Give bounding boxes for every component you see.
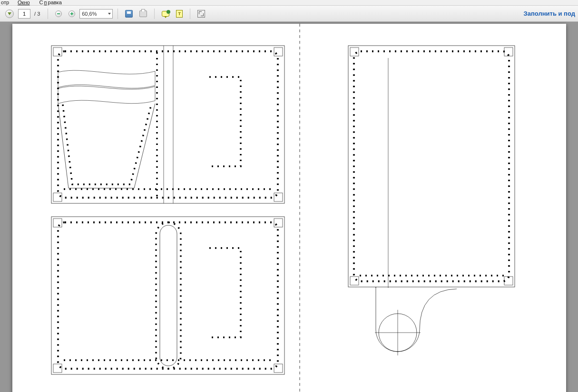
- separator: [118, 9, 118, 19]
- fill-and-sign-button[interactable]: Заполнить и под: [524, 10, 575, 17]
- page-content-svg: [12, 24, 566, 392]
- minus-icon: [55, 10, 62, 17]
- menu-item[interactable]: отр: [0, 0, 10, 5]
- page-number-input[interactable]: [18, 9, 30, 19]
- add-text-note-button[interactable]: [174, 8, 185, 19]
- svg-rect-6: [58, 51, 278, 198]
- page-total-label: / 3: [34, 11, 40, 17]
- svg-rect-12: [53, 364, 62, 373]
- zoom-select[interactable]: 60,6%: [79, 9, 113, 19]
- next-page-button[interactable]: [3, 8, 16, 19]
- speech-bubble-icon: [162, 11, 169, 17]
- pdf-page: [12, 24, 566, 392]
- fullscreen-button[interactable]: [195, 8, 207, 19]
- arrow-down-icon: [5, 10, 14, 18]
- print-icon: [139, 10, 147, 17]
- document-viewport[interactable]: [0, 22, 578, 392]
- plus-icon: [69, 10, 75, 17]
- sticky-note-icon: [176, 10, 183, 18]
- svg-rect-4: [53, 193, 62, 201]
- svg-rect-22: [354, 51, 509, 281]
- svg-rect-2: [53, 48, 62, 56]
- svg-rect-1: [51, 46, 284, 203]
- svg-rect-17: [348, 46, 515, 287]
- chevron-down-icon: [108, 13, 111, 15]
- svg-rect-11: [274, 219, 283, 227]
- zoom-out-button[interactable]: [53, 8, 64, 19]
- separator: [48, 9, 48, 19]
- svg-rect-3: [274, 48, 283, 56]
- print-button[interactable]: [137, 8, 149, 19]
- svg-rect-5: [274, 193, 283, 201]
- zoom-in-button[interactable]: [66, 8, 78, 19]
- save-icon: [125, 10, 133, 18]
- menu-item-help[interactable]: Справка: [38, 0, 64, 5]
- svg-rect-15: [160, 225, 177, 366]
- svg-rect-14: [58, 222, 278, 369]
- separator: [190, 9, 190, 19]
- save-button[interactable]: [123, 8, 135, 19]
- svg-rect-20: [350, 277, 359, 285]
- menu-item-window[interactable]: Окно: [17, 0, 31, 5]
- svg-rect-18: [350, 48, 359, 56]
- toolbar: / 3 60,6% Заполнить и под: [0, 6, 578, 22]
- svg-rect-9: [51, 217, 284, 374]
- separator: [154, 9, 155, 19]
- expand-icon: [197, 10, 205, 18]
- add-comment-button[interactable]: [159, 8, 172, 19]
- menu-bar: отр Окно Справка: [0, 0, 578, 6]
- svg-rect-10: [53, 219, 62, 227]
- menu-item-window-label: Окно: [18, 0, 30, 5]
- svg-rect-13: [274, 364, 283, 373]
